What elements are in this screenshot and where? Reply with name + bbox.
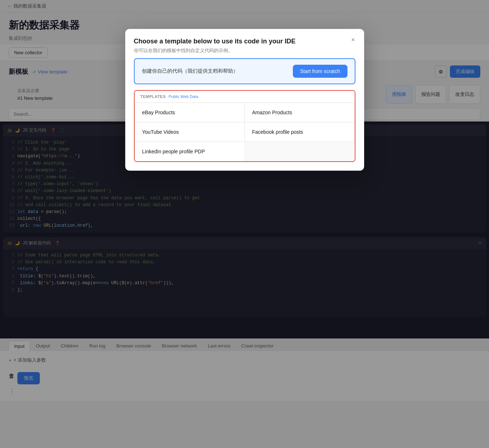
modal-body: 创建你自己的代码（我们提供文档和帮助） Start from scratch T… bbox=[125, 58, 364, 171]
template-facebook-posts[interactable]: Facebook profile posts bbox=[245, 122, 355, 142]
template-youtube-videos[interactable]: YouTube Videos bbox=[135, 122, 245, 142]
templates-grid: eBay Products Amazon Products YouTube Vi… bbox=[135, 103, 355, 161]
template-modal: Choose a template below to use its code … bbox=[125, 29, 364, 171]
templates-header: TEMPLATES Public Web Data bbox=[135, 91, 355, 103]
template-empty-slot bbox=[245, 142, 355, 161]
modal-overlay: Choose a template below to use its code … bbox=[0, 0, 489, 448]
scratch-text: 创建你自己的代码（我们提供文档和帮助） bbox=[142, 68, 238, 74]
template-linkedin-pdp[interactable]: LinkedIn people profile PDP bbox=[135, 142, 245, 161]
scratch-box: 创建你自己的代码（我们提供文档和帮助） Start from scratch bbox=[134, 58, 355, 84]
template-ebay-products[interactable]: eBay Products bbox=[135, 103, 245, 122]
modal-header: Choose a template below to use its code … bbox=[125, 29, 364, 58]
start-from-scratch-button[interactable]: Start from scratch bbox=[293, 65, 347, 78]
templates-tag: Public Web Data bbox=[169, 94, 198, 99]
template-amazon-products[interactable]: Amazon Products bbox=[245, 103, 355, 122]
modal-close-button[interactable]: × bbox=[348, 35, 358, 45]
modal-title: Choose a template below to use its code … bbox=[134, 38, 355, 45]
modal-subtitle: 你可以在我们的模板中找到自定义代码的示例。 bbox=[134, 47, 355, 54]
templates-label: TEMPLATES bbox=[140, 94, 166, 99]
templates-section: TEMPLATES Public Web Data eBay Products … bbox=[134, 90, 355, 162]
